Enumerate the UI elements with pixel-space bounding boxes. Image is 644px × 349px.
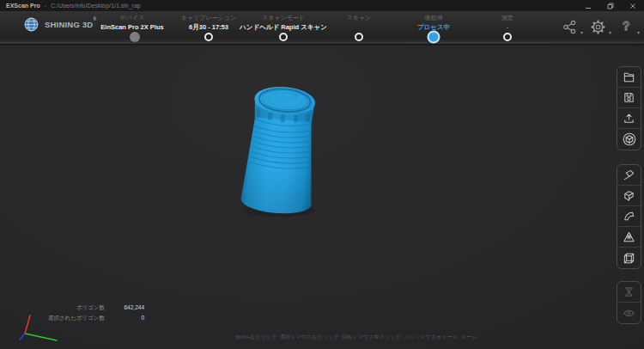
save-icon xyxy=(623,91,635,104)
maximize-button[interactable] xyxy=(599,0,622,11)
app-title: EXScan Pro xyxy=(6,3,40,9)
restore-icon xyxy=(607,3,614,9)
step-dot-measure[interactable] xyxy=(503,33,512,41)
step-measure[interactable]: 測定 - xyxy=(452,14,563,32)
open-project-button[interactable] xyxy=(617,67,641,88)
settings-button[interactable]: ▾ xyxy=(588,16,607,37)
viewport-3d[interactable]: ポリゴン数 642,244 選択されたポリゴン数 0 Shift+左クリック: … xyxy=(0,46,644,349)
visibility-icon xyxy=(623,307,635,320)
minimize-icon xyxy=(585,3,592,9)
lasso-select-button[interactable] xyxy=(617,165,641,186)
lasso-select-icon xyxy=(623,168,635,181)
cutting-plane-button[interactable] xyxy=(617,186,641,206)
gear-icon xyxy=(591,20,605,34)
header: SHINING 3D® デバイス EinScan Pro 2X Plus キャリ… xyxy=(0,11,644,45)
step-dot-calibration[interactable] xyxy=(204,33,213,41)
model-view-icon xyxy=(623,132,636,146)
mesh-icon xyxy=(623,230,635,243)
open-project-icon xyxy=(623,70,635,83)
save-button[interactable] xyxy=(617,88,641,108)
cutting-plane-icon xyxy=(623,189,635,202)
toolbar-view-group xyxy=(617,281,641,324)
titlebar: EXScan Pro - C:/Users/info/Desktop/1/1.s… xyxy=(0,0,644,11)
svg-text:?: ? xyxy=(623,19,630,33)
flip-normals-button[interactable] xyxy=(617,282,641,303)
share-button[interactable]: ▾ xyxy=(560,16,579,37)
toolbar-edit-group xyxy=(617,164,641,269)
step-dot-device[interactable] xyxy=(130,32,140,42)
minimize-button[interactable] xyxy=(577,0,599,11)
model-view-button[interactable] xyxy=(617,129,641,150)
close-button[interactable] xyxy=(622,0,644,11)
bounding-box-button[interactable] xyxy=(617,248,641,268)
surface-patch-button[interactable] xyxy=(617,206,641,227)
mouse-hint: Shift+左クリック: 選択 | マウス左クリック: 回転 | マウス中クリッ… xyxy=(69,334,644,341)
project-path: C:/Users/info/Desktop/1/1.sln_rap xyxy=(51,3,141,9)
bounding-box-icon xyxy=(623,252,635,265)
help-icon: ? xyxy=(619,19,633,34)
axis-gizmo xyxy=(3,301,64,347)
mesh-button[interactable] xyxy=(617,227,641,248)
step-dot-postprocess[interactable] xyxy=(428,31,440,44)
step-dot-scan-mode[interactable] xyxy=(279,33,288,41)
export-icon xyxy=(623,112,635,125)
step-dot-scan[interactable] xyxy=(355,33,363,41)
globe-icon xyxy=(24,17,39,32)
surface-patch-icon xyxy=(623,210,635,223)
share-icon xyxy=(562,20,577,34)
toolbar-file-group xyxy=(617,66,641,150)
help-button[interactable]: ? ▾ xyxy=(617,16,635,37)
visibility-button[interactable] xyxy=(617,303,641,323)
export-button[interactable] xyxy=(617,108,641,129)
close-icon xyxy=(629,3,636,9)
scanned-cup-mesh[interactable] xyxy=(232,80,335,226)
flip-normals-icon xyxy=(623,285,635,298)
